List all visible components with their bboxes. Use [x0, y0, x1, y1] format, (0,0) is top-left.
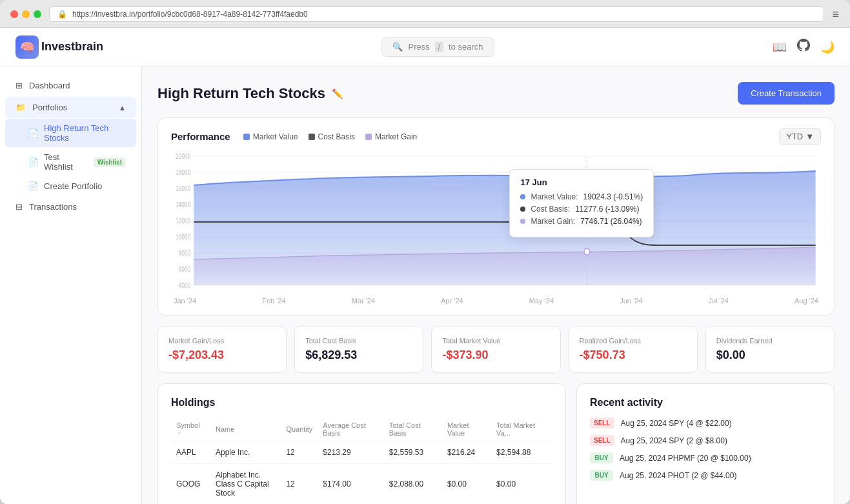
chart-x-labels: Jan '24 Feb '24 Mar '24 Apr '24 May '24 … [171, 297, 821, 305]
x-label-feb: Feb '24 [262, 297, 285, 305]
stat-label-2: Total Market Value [442, 337, 549, 345]
holdings-title: Holdings [171, 397, 552, 408]
tooltip-row-market-gain: Market Gain: 7746.71 (26.04%) [520, 217, 643, 226]
stat-value-1: $6,829.53 [305, 348, 412, 362]
activity-text-3: Aug 25, 2024 PHOT (2 @ $44.00) [620, 471, 736, 480]
col-avg-cost: Average Cost Basis [318, 418, 383, 441]
x-label-may: May '24 [529, 297, 554, 305]
col-name: Name [210, 418, 281, 441]
sidebar-dashboard-label: Dashboard [29, 81, 70, 90]
sort-icon[interactable]: ↑ [177, 430, 181, 437]
legend-label-cost-basis: Cost Basis [318, 132, 355, 141]
edit-icon[interactable]: ✏️ [332, 88, 343, 99]
nav-icons: 📖 🌙 [773, 39, 835, 55]
stat-dividends-earned: Dividends Earned $0.00 [705, 326, 835, 373]
x-label-jan: Jan '24 [174, 297, 196, 305]
cell-symbol-0: AAPL [171, 441, 210, 464]
cell-total-mkt-1: $0.00 [491, 464, 552, 505]
logo[interactable]: 🧠 Investbrain [15, 35, 103, 59]
search-slash: / [435, 42, 443, 52]
browser-chrome: 🔒 https://investbra.in/portfolio/9cbc0d6… [0, 0, 850, 28]
svg-text:12000: 12000 [176, 217, 190, 225]
cell-name-0: Apple Inc. [210, 441, 281, 464]
chart-legend: Market Value Cost Basis Market Gain [243, 132, 418, 141]
github-icon[interactable] [797, 39, 810, 55]
svg-text:8000: 8000 [179, 250, 191, 257]
stats-row: Market Gain/Loss -$7,203.43 Total Cost B… [157, 326, 835, 373]
legend-dot-market-gain [365, 134, 372, 140]
main-content: High Return Tech Stocks ✏️ Create Transa… [142, 66, 850, 504]
transactions-icon: ⊟ [15, 202, 23, 212]
tooltip-row-market-value: Market Value: 19024.3 (-0.51%) [520, 192, 643, 201]
activity-list: SELL Aug 25, 2024 SPY (4 @ $22.00) SELL … [590, 418, 821, 481]
activity-text-0: Aug 25, 2024 SPY (4 @ $22.00) [621, 419, 732, 428]
file-icon-2: 📄 [28, 157, 39, 167]
sidebar-item-high-return[interactable]: 📄 High Return Tech Stocks [5, 119, 136, 147]
sidebar-item-test-wishlist[interactable]: 📄 Test Wishlist Wishlist [5, 148, 136, 176]
search-bar[interactable]: 🔍 Press / to search [381, 37, 494, 57]
sidebar-item-create-portfolio[interactable]: 📄 Create Portfolio [5, 177, 136, 196]
cell-total-mkt-0: $2,594.88 [491, 441, 552, 464]
minimize-dot[interactable] [22, 10, 30, 18]
bookmark-icon[interactable]: 📖 [773, 40, 787, 54]
sidebar-item-transactions[interactable]: ⊟ Transactions [5, 196, 136, 217]
tooltip-dot-market-gain [584, 248, 589, 255]
portfolios-icon: 📁 [15, 103, 26, 112]
wishlist-badge: Wishlist [94, 157, 126, 167]
activity-text-2: Aug 25, 2024 PHPMF (20 @ $100.00) [620, 454, 751, 463]
tooltip-val-cb: 11277.6 (-13.09%) [575, 205, 639, 214]
performance-header: Performance Market Value Cost Basis [158, 118, 834, 150]
recent-activity-title: Recent activity [590, 397, 821, 408]
browser-menu-icon[interactable]: ≡ [832, 8, 840, 21]
create-transaction-button[interactable]: Create Transaction [738, 82, 835, 105]
file-icon: 📄 [28, 128, 39, 138]
x-label-mar: Mar '24 [352, 297, 375, 305]
page-title-row: High Return Tech Stocks ✏️ [157, 85, 343, 102]
holdings-tbody: AAPL Apple Inc. 12 $213.29 $2,559.53 $21… [171, 441, 552, 505]
col-total-mkt: Total Market Va... [491, 418, 552, 441]
ytd-label: YTD [786, 132, 803, 141]
logo-text: Investbrain [41, 40, 103, 54]
col-total-cost: Total Cost Basis [384, 418, 442, 441]
sidebar-item-dashboard[interactable]: ⊞ Dashboard [5, 75, 136, 96]
svg-text:10000: 10000 [176, 234, 190, 241]
main-layout: ⊞ Dashboard 📁 Portfolios ▲ 📄 High Return… [0, 66, 850, 504]
svg-text:20000: 20000 [176, 153, 190, 160]
stat-value-0: -$7,203.43 [168, 348, 276, 362]
top-nav: 🧠 Investbrain 🔍 Press / to search 📖 🌙 [0, 28, 850, 66]
stat-value-4: $0.00 [716, 348, 824, 362]
list-item: SELL Aug 25, 2024 SPY (2 @ $8.00) [590, 435, 821, 446]
recent-activity-card: Recent activity SELL Aug 25, 2024 SPY (4… [576, 383, 835, 504]
x-label-jun: Jun '24 [620, 297, 642, 305]
search-icon: 🔍 [392, 42, 403, 52]
legend-dot-market-value [243, 134, 250, 140]
sell-badge-1: SELL [590, 435, 614, 446]
activity-text-1: Aug 25, 2024 SPY (2 @ $8.00) [621, 436, 727, 445]
lock-icon: 🔒 [57, 10, 67, 19]
tooltip-dot-mv [520, 194, 525, 199]
cell-name-1: Alphabet Inc. Class C Capital Stock [210, 464, 281, 505]
holdings-table: Symbol ↑ Name Quantity Average Cost Basi… [171, 418, 552, 504]
table-row[interactable]: AAPL Apple Inc. 12 $213.29 $2,559.53 $21… [171, 441, 552, 464]
close-dot[interactable] [10, 10, 18, 18]
sidebar-section-portfolios[interactable]: 📁 Portfolios ▲ [5, 97, 136, 118]
stat-label-3: Realized Gain/Loss [580, 337, 687, 345]
table-row[interactable]: GOOG Alphabet Inc. Class C Capital Stock… [171, 464, 552, 505]
ytd-button[interactable]: YTD ▼ [779, 128, 821, 145]
legend-dot-cost-basis [309, 134, 315, 140]
sidebar-wishlist-label: Test Wishlist [44, 152, 88, 172]
page-title: High Return Tech Stocks [157, 85, 325, 102]
maximize-dot[interactable] [34, 10, 41, 18]
darkmode-icon[interactable]: 🌙 [820, 40, 835, 54]
tooltip-row-cost-basis: Cost Basis: 11277.6 (-13.09%) [520, 205, 643, 214]
app-container: 🧠 Investbrain 🔍 Press / to search 📖 🌙 [0, 28, 850, 504]
performance-title: Performance [171, 131, 230, 142]
sell-badge-0: SELL [590, 418, 614, 428]
address-bar[interactable]: 🔒 https://investbra.in/portfolio/9cbc0d6… [49, 6, 824, 22]
list-item: BUY Aug 25, 2024 PHPMF (20 @ $100.00) [590, 452, 821, 463]
performance-chart: 20000 18000 16000 14000 12000 10000 8000… [171, 150, 821, 292]
plus-icon: 📄 [28, 181, 39, 191]
legend-label-market-gain: Market Gain [375, 132, 417, 141]
performance-card: Performance Market Value Cost Basis [157, 117, 835, 316]
cell-mkt-val-0: $216.24 [442, 441, 491, 464]
